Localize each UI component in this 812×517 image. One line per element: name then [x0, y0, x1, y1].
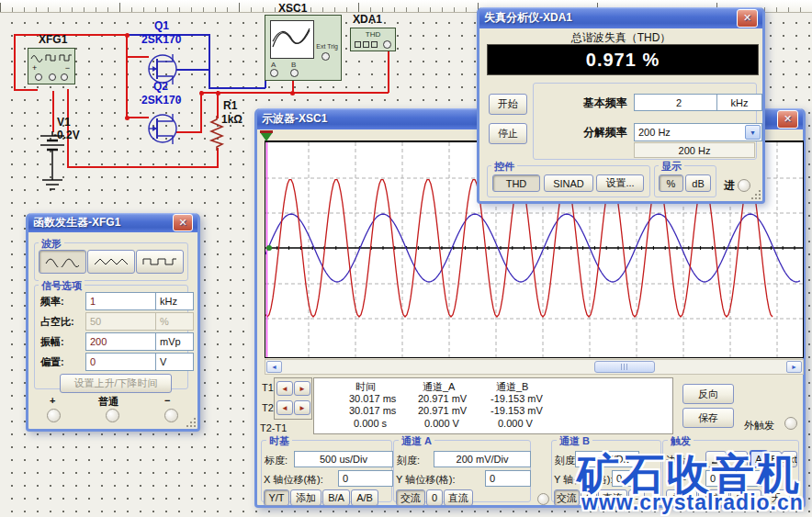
q1-model-label: 2SK170: [141, 33, 181, 46]
scrollbar-thumb[interactable]: [594, 361, 655, 373]
channel-a-ac-button[interactable]: 交流: [396, 489, 425, 506]
frequency-value: 1: [90, 296, 96, 307]
reverse-button[interactable]: 反向: [682, 384, 734, 404]
channel-a-ypos-field[interactable]: 0: [485, 470, 531, 487]
xsc1-a-terminal[interactable]: [270, 69, 278, 77]
timebase-xpos-field[interactable]: 0: [338, 470, 393, 487]
xsc1-b-terminal[interactable]: [290, 69, 299, 77]
square-wave-button[interactable]: [136, 250, 184, 274]
wire-segment: [176, 69, 209, 71]
resolution-display-value: 200 Hz: [679, 145, 711, 156]
xsc1-ext-trig-terminal[interactable]: [321, 52, 330, 61]
channel-a-scale-field[interactable]: 200 mV/Div: [434, 451, 531, 467]
settings-button[interactable]: 设置...: [596, 174, 644, 192]
timebase-scale-field[interactable]: 500 us/Div: [294, 451, 393, 467]
wire-junction: [125, 116, 130, 120]
square-wave-icon: [141, 256, 178, 267]
common-terminal[interactable]: [106, 409, 119, 422]
xfg1-waveform-glyphs: [29, 51, 73, 63]
scrollbar-right-arrow-icon[interactable]: ►: [786, 361, 802, 373]
xda1-port-3: [371, 41, 378, 48]
resolution-freq-value: 200 Hz: [638, 127, 671, 138]
v1-battery-symbol[interactable]: [37, 131, 70, 192]
readings-header-channel-a: 通道_A: [423, 380, 455, 394]
xda1-instrument-icon[interactable]: THD: [350, 28, 396, 51]
oscilloscope-close-button[interactable]: ✕: [777, 110, 798, 129]
progress-label: 进: [724, 178, 735, 194]
timebase-ab-button[interactable]: A/B: [351, 489, 378, 506]
percent-button[interactable]: %: [659, 174, 683, 192]
db-button[interactable]: dB: [685, 174, 711, 192]
trigger-marker-icon[interactable]: [260, 132, 273, 141]
delta-time: 0.000 s: [354, 418, 387, 429]
t1-left-button[interactable]: ◄: [276, 381, 293, 396]
cursor-t1-label: T1: [262, 382, 274, 393]
fundamental-freq-value: 2: [676, 97, 682, 108]
v1-ref-label: V1: [57, 116, 71, 129]
delta-ch-b: 0.000 V: [498, 418, 533, 429]
t2-ch-b: -19.153 mV: [491, 405, 543, 416]
scope-scrollbar[interactable]: ◄ ►: [265, 359, 804, 375]
analyzer-resize-grip[interactable]: [750, 189, 761, 200]
stop-button[interactable]: 停止: [489, 123, 527, 144]
wire-segment: [200, 91, 202, 133]
analyzer-titlebar[interactable]: 失真分析仪-XDA1 ✕: [479, 7, 762, 28]
scrollbar-left-arrow-icon[interactable]: ◄: [266, 361, 282, 373]
combo-dropdown-icon[interactable]: ▼: [745, 125, 761, 140]
sinad-mode-button[interactable]: SINAD: [544, 174, 593, 192]
t1-right-button[interactable]: ►: [294, 381, 310, 396]
resolution-freq-combo[interactable]: 200 Hz ▼: [634, 123, 762, 141]
xfg1-minus-terminal[interactable]: [61, 73, 68, 81]
triangle-wave-button[interactable]: [87, 250, 135, 274]
wire-segment: [67, 166, 218, 168]
xfg1-plus-terminal-label: +: [32, 63, 37, 73]
q1-jfet-symbol[interactable]: [145, 51, 178, 86]
xfg1-instrument-icon[interactable]: + −: [28, 48, 75, 84]
waveform-legend: 波形: [39, 237, 64, 251]
offset-field[interactable]: 0: [85, 353, 163, 371]
left-arrow-glyph: ◄: [271, 364, 277, 370]
t2-left-button[interactable]: ◄: [276, 400, 293, 415]
analyzer-close-icon: ✕: [743, 12, 751, 24]
ext-trigger-radio[interactable]: [784, 417, 797, 430]
frequency-label: 频率:: [40, 295, 64, 309]
xfg1-plus-terminal[interactable]: [35, 73, 42, 81]
t1-left-arrow-icon: ◄: [281, 385, 288, 393]
duty-cycle-label: 占空比:: [40, 315, 74, 329]
timebase-scale-value: 500 us/Div: [320, 454, 367, 465]
timebase-ba-button[interactable]: B/A: [322, 489, 350, 506]
readings-header-time: 时间: [355, 380, 376, 394]
analyzer-close-button[interactable]: ✕: [737, 9, 758, 28]
amplitude-field[interactable]: 200: [85, 332, 163, 351]
amplitude-unit: mVp: [155, 332, 194, 351]
channel-a-radio[interactable]: [537, 493, 549, 505]
generator-titlebar[interactable]: 函数发生器-XFG1 ✕: [28, 213, 197, 232]
t2-right-button[interactable]: ►: [294, 400, 310, 415]
analyzer-title: 失真分析仪-XDA1: [484, 10, 572, 26]
frequency-field[interactable]: 1: [85, 292, 163, 310]
start-button[interactable]: 开始: [489, 94, 527, 115]
sine-wave-button[interactable]: [39, 250, 86, 274]
channel-a-zero-button[interactable]: 0: [426, 489, 443, 506]
fundamental-freq-field[interactable]: 2: [634, 94, 724, 111]
stop-label: 停止: [498, 127, 518, 140]
timebase-yt-button[interactable]: Y/T: [264, 489, 289, 506]
timebase-add-button[interactable]: 添加: [290, 489, 321, 506]
thd-mode-button[interactable]: THD: [492, 174, 540, 192]
q2-jfet-symbol[interactable]: [145, 111, 178, 146]
minus-terminal[interactable]: [164, 409, 178, 422]
channel-b-ac-button[interactable]: 交流: [554, 489, 580, 506]
plus-terminal[interactable]: [47, 409, 61, 422]
xda1-input-terminal[interactable]: [383, 40, 391, 49]
generator-close-button[interactable]: ✕: [173, 214, 193, 231]
xfg1-common-terminal[interactable]: [49, 73, 56, 81]
wire-segment: [217, 148, 219, 168]
r1-resistor-symbol[interactable]: [209, 116, 225, 151]
rise-fall-time-button[interactable]: 设置上升/下降时间: [60, 374, 172, 393]
save-button[interactable]: 保存: [682, 408, 734, 428]
generator-resize-grip[interactable]: [186, 417, 197, 428]
xsc1-instrument-icon[interactable]: Ext Trig A B: [265, 15, 342, 81]
channel-a-dc-button[interactable]: 直流: [444, 489, 473, 506]
function-generator-window: 函数发生器-XFG1 ✕ 波形 信号选项 频率: 1 kHz 占空比: 50 %…: [26, 213, 200, 432]
xsc1-ref-label: XSC1: [278, 2, 307, 15]
